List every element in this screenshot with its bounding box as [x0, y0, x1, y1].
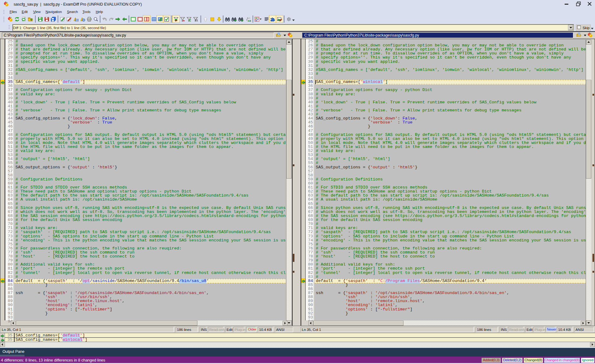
svg-text:AB: AB — [248, 20, 251, 22]
svg-text:B: B — [249, 17, 251, 20]
